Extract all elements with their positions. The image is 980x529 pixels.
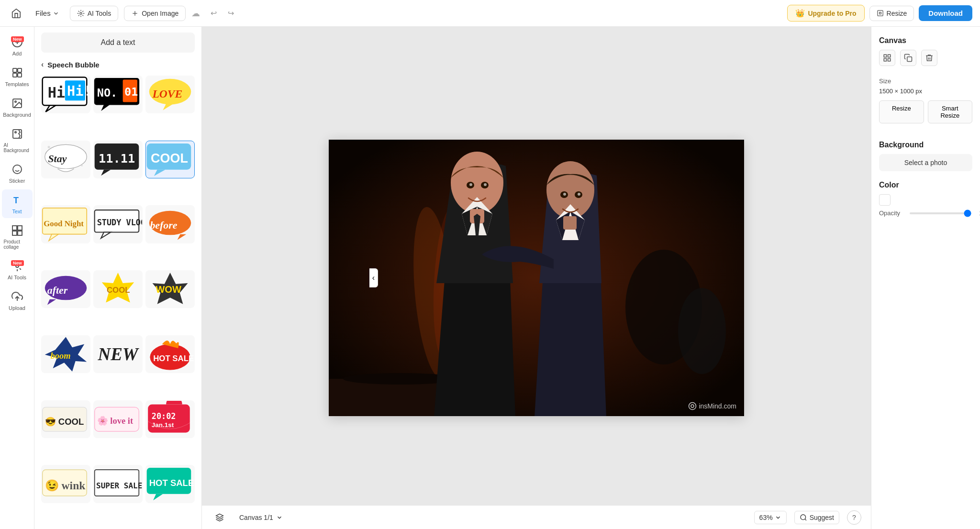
svg-text:WOW: WOW [156,284,182,295]
svg-marker-46 [154,169,166,176]
svg-text:😉 wink: 😉 wink [45,479,86,492]
sticker-grid: Hi! Hi! NO. 01 [34,74,201,529]
ai-tools-button[interactable]: AI Tools [70,6,119,21]
svg-marker-104 [216,514,223,518]
sidebar-item-upload[interactable]: Upload [2,286,33,315]
svg-marker-36 [163,104,173,110]
files-menu-button[interactable]: Files [31,6,64,20]
svg-text:boom: boom [51,351,71,361]
open-image-button[interactable]: Open Image [124,6,186,21]
svg-point-103 [691,405,694,408]
svg-text:20:02: 20:02 [152,411,176,420]
svg-text:HOT SALE: HOT SALE [149,478,194,488]
back-arrow-button[interactable]: ‹ [41,60,44,69]
sidebar-item-product-collage[interactable]: Product collage [2,220,33,253]
sidebar-item-ai-tools[interactable]: New AI Tools [2,255,33,284]
size-label: Size [879,77,972,85]
sticker-hi[interactable]: Hi! Hi! [41,76,90,113]
svg-rect-109 [884,59,886,61]
upgrade-to-pro-button[interactable]: 👑 Upgrade to Pro [787,5,864,22]
svg-point-98 [563,193,566,196]
sidebar-item-add[interactable]: New Add [2,32,33,60]
resize-button[interactable]: Resize [879,100,924,123]
canvas-label-button[interactable]: Canvas 1/1 [235,511,287,524]
svg-point-94 [469,183,472,186]
sticker-boom[interactable]: boom [41,335,90,373]
canvas-photo: insMind.com [329,140,744,416]
sticker-cool-blue[interactable]: COOL [145,141,195,178]
sticker-hotsale2[interactable]: HOT SALE [145,465,195,503]
svg-line-106 [805,519,806,520]
sticker-1111[interactable]: 11.11 [93,141,143,178]
sticker-goodnight[interactable]: Good Night [41,205,90,243]
svg-rect-22 [18,231,22,235]
sticker-supersale[interactable]: SUPER SALE [93,465,143,503]
sticker-wink[interactable]: 😉 wink [41,465,90,503]
main-layout: New Add Templates Background AI Backgrou… [0,27,980,529]
sticker-panel: Add a text ‹ Speech Bubble Hi! Hi! [34,27,202,529]
svg-text:T: T [13,196,19,205]
sidebar-item-ai-background[interactable]: AI Background [2,123,33,157]
add-text-button[interactable]: Add a text [41,33,195,53]
sidebar-item-templates[interactable]: Templates [2,62,33,91]
sidebar-item-sticker[interactable]: Sticker [2,159,33,187]
svg-marker-34 [101,105,110,111]
sticker-date[interactable]: 20:02 Jan.1st [145,400,195,438]
svg-text:NEW: NEW [97,344,139,364]
sidebar-item-text[interactable]: T Text [2,189,33,218]
canvas-tool-copy[interactable] [900,50,916,66]
download-button[interactable]: Download [919,5,972,21]
sticker-stay[interactable]: Stay [41,141,90,178]
svg-point-12 [15,101,16,102]
svg-marker-43 [101,169,111,176]
color-section-title: Color [879,181,972,189]
sticker-new[interactable]: NEW [93,335,143,373]
svg-text:01: 01 [124,85,138,99]
svg-rect-7 [13,68,17,72]
svg-text:HOT SALE: HOT SALE [153,354,194,363]
canvas-tool-delete[interactable] [921,50,937,66]
svg-rect-110 [888,59,891,61]
sticker-cool-yellow[interactable]: COOL [93,270,143,308]
svg-marker-58 [47,299,56,305]
svg-rect-107 [884,55,886,57]
resize-top-button[interactable]: Resize [869,6,914,21]
canvas-tool-layout[interactable] [879,50,895,66]
layers-button[interactable] [212,511,228,524]
sticker-hotsale1[interactable]: HOT SALE [145,335,195,373]
size-value: 1500 × 1000 px [879,88,972,95]
sticker-wow[interactable]: WOW [145,270,195,308]
color-swatch[interactable] [879,194,891,206]
svg-marker-52 [101,232,111,239]
sticker-before[interactable]: before [145,205,195,243]
canvas-section-title: Canvas [879,36,972,45]
svg-text:Stay: Stay [48,153,67,164]
undo-button[interactable]: ↩ [206,6,221,21]
svg-text:after: after [47,285,68,296]
panel-collapse-button[interactable]: ‹ [369,268,378,287]
sidebar-item-background[interactable]: Background [2,93,33,121]
home-button[interactable] [8,5,25,22]
right-panel: Canvas Size 1500 × 1000 px Resize Smart … [871,27,980,529]
redo-button[interactable]: ↪ [223,6,238,21]
help-button[interactable]: ? [847,510,861,525]
sticker-studyblog[interactable]: STUDY VLOG [93,205,143,243]
sticker-cool-sunglasses[interactable]: 😎 COOL [41,400,90,438]
select-photo-button[interactable]: Select a photo [879,154,972,171]
sticker-loveit[interactable]: 🌸 love it [93,400,143,438]
sidebar-icons: New Add Templates Background AI Backgrou… [0,27,34,529]
smart-resize-button[interactable]: Smart Resize [928,100,973,123]
zoom-button[interactable]: 63% [754,511,787,524]
svg-text:NO.: NO. [97,86,118,99]
suggest-button[interactable]: Suggest [794,511,839,524]
sticker-no01[interactable]: NO. 01 [93,76,143,113]
sticker-love[interactable]: LOVE [145,76,195,113]
opacity-slider[interactable] [910,212,971,214]
svg-text:🌸 love it: 🌸 love it [97,415,134,426]
svg-text:STUDY VLOG: STUDY VLOG [97,218,142,228]
svg-marker-81 [153,494,163,500]
sticker-after[interactable]: after [41,270,90,308]
svg-rect-10 [18,73,22,77]
svg-text:😎 COOL: 😎 COOL [45,416,84,427]
svg-point-14 [15,132,16,133]
